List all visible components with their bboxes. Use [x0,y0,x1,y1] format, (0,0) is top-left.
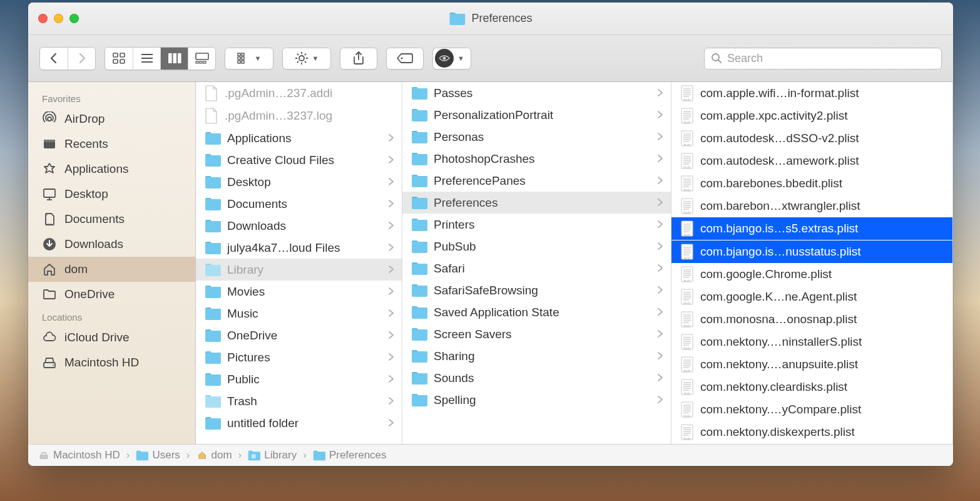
folder-row[interactable]: Passes [402,82,671,104]
folder-icon [411,393,427,407]
folder-row[interactable]: Printers [402,214,671,235]
folder-icon [205,175,221,189]
file-row[interactable]: com.apple.wifi…in-format.plist [671,82,952,105]
folder-row[interactable]: untitled folder [196,412,402,434]
gear-icon [295,51,309,65]
file-row[interactable]: com.nektony.…anupsuite.plist [671,353,952,376]
column-1: PassesPersonalizationPortraitPersonasPho… [402,82,671,444]
folder-row[interactable]: julya4ka7…loud Files [196,237,402,259]
folder-row[interactable]: Sounds [402,367,671,389]
gallery-view-button[interactable] [188,48,215,70]
pathbar-item-preferences[interactable]: Preferences [313,449,387,462]
pathbar-item-library[interactable]: Library [248,449,297,462]
pathbar-item-dom[interactable]: dom [197,449,232,462]
folder-row[interactable]: Sharing [402,345,671,367]
minimize-button[interactable] [54,14,63,23]
svg-rect-45 [255,454,256,458]
list-view-button[interactable] [133,48,160,70]
folder-row[interactable]: Preferences [402,192,671,214]
svg-rect-3 [120,59,125,63]
row-label: Passes [434,86,651,100]
icon-view-button[interactable] [105,48,133,70]
file-row[interactable]: com.google.K…ne.Agent.plist [671,286,952,308]
plist-file-icon [680,130,694,147]
file-row[interactable]: com.barebon…xtwrangler.plist [671,195,952,217]
file-row[interactable]: com.nektony.cleardisks.plist [671,376,952,398]
tags-button[interactable] [386,48,424,70]
row-label: Applications [227,132,382,145]
applications-icon [42,162,57,177]
sidebar-item-airdrop[interactable]: AirDrop [28,106,195,132]
file-row[interactable]: .pgAdmin…3237.log [196,105,402,127]
sidebar-item-desktop[interactable]: Desktop [28,182,195,207]
forward-button[interactable] [68,48,95,70]
folder-row[interactable]: Documents [196,193,402,215]
folder-row[interactable]: SafariSafeBrowsing [402,279,671,301]
search-input[interactable] [727,52,935,65]
finder-window: Preferences ▼ ▼ [28,3,953,466]
file-row[interactable]: com.barebones.bbedit.plist [671,172,952,195]
sidebar-item-label: AirDrop [64,112,181,126]
folder-row[interactable]: Desktop [196,171,402,193]
sidebar-item-recents[interactable]: Recents [28,132,195,157]
disclosure-arrow-icon [388,153,396,167]
file-row[interactable]: com.nektony.diskexperts.plist [671,421,952,443]
row-label: com.google.Chrome.plist [700,267,946,281]
plist-file-icon [680,334,694,350]
sidebar-item-documents[interactable]: Documents [28,207,195,232]
folder-row[interactable]: Public [196,368,402,390]
folder-icon [411,86,427,100]
sidebar-item-label: Documents [64,212,181,226]
sidebar-item-downloads[interactable]: Downloads [28,232,195,257]
folder-row[interactable]: OneDrive [196,324,402,346]
file-row[interactable]: com.google.Chrome.plist [671,263,952,286]
file-row[interactable]: com.apple.xpc.activity2.plist [671,105,952,127]
disclosure-arrow-icon [657,86,665,100]
folder-row[interactable]: Pictures [196,346,402,368]
svg-rect-15 [242,53,244,56]
file-row[interactable]: com.nektony.…ninstallerS.plist [671,331,952,353]
action-button[interactable]: ▼ [282,48,331,70]
sidebar-item-dom[interactable]: dom [28,257,195,282]
file-row[interactable]: .pgAdmin…237.addi [196,82,402,105]
sidebar-item-icloud-drive[interactable]: iCloud Drive [28,325,195,350]
file-row[interactable]: com.bjango.is…nusstatus.plist [671,240,952,263]
folder-row[interactable]: Personas [402,126,671,148]
pathbar-item-users[interactable]: Users [136,449,180,462]
folder-row[interactable]: PubSub [402,235,671,257]
folder-row[interactable]: Creative Cloud Files [196,149,402,171]
file-row[interactable]: com.nektony.…yCompare.plist [671,398,952,421]
folder-row[interactable]: Music [196,302,402,324]
folder-row[interactable]: PhotoshopCrashes [402,148,671,170]
folder-row[interactable]: PersonalizationPortrait [402,104,671,126]
file-row[interactable]: com.monosna…onosnap.plist [671,308,952,331]
file-row[interactable]: com.autodesk…amework.plist [671,150,952,172]
file-row[interactable]: com.autodesk…dSSO-v2.plist [671,127,952,150]
folder-row[interactable]: Screen Savers [402,323,671,345]
column-view-button[interactable] [160,48,188,70]
folder-row[interactable]: Downloads [196,215,402,237]
file-row[interactable]: com.bjango.is…s5.extras.plist [671,217,952,240]
folder-row[interactable]: PreferencePanes [402,170,671,192]
search-box[interactable] [704,48,942,70]
folder-row[interactable]: Spelling [402,389,671,411]
sidebar-item-macintosh-hd[interactable]: Macintosh HD [28,350,195,375]
folder-row[interactable]: Trash [196,390,402,412]
sidebar-item-applications[interactable]: Applications [28,157,195,182]
share-button[interactable] [340,48,377,70]
sidebar-item-onedrive[interactable]: OneDrive [28,282,195,307]
svg-point-41 [53,364,54,366]
close-button[interactable] [38,14,48,23]
privacy-button[interactable]: ▼ [432,48,471,70]
pathbar-item-macintosh-hd[interactable]: Macintosh HD [38,449,120,462]
maximize-button[interactable] [69,14,79,23]
icloud-icon [42,330,57,345]
folder-row[interactable]: Library [196,259,402,281]
folder-row[interactable]: Movies [196,281,402,302]
arrange-button[interactable]: ▼ [225,48,273,70]
folder-row[interactable]: Safari [402,257,671,279]
back-button[interactable] [40,48,68,70]
folder-row[interactable]: Applications [196,127,402,149]
sidebar-item-label: Recents [64,137,181,151]
folder-row[interactable]: Saved Application State [402,301,671,323]
